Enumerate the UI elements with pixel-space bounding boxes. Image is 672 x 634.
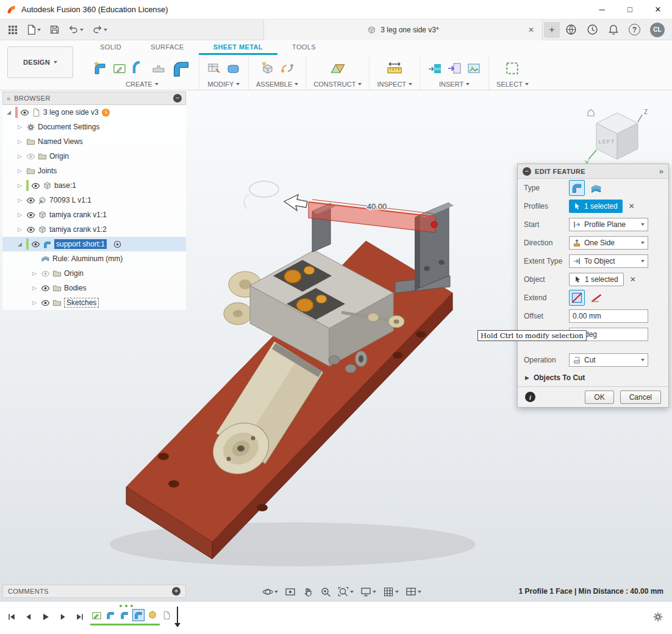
- fit-button[interactable]: [338, 586, 354, 597]
- browser-item-root[interactable]: ◢ 3 leg one side v3: [2, 105, 186, 120]
- browser-item-joints[interactable]: ▷ Joints: [2, 164, 186, 178]
- browser-item-base[interactable]: ▷ base:1: [2, 178, 186, 193]
- new-component-icon[interactable]: [260, 61, 275, 76]
- expand-arrow-icon[interactable]: ▷: [16, 226, 24, 232]
- expand-arrow-icon[interactable]: ▷: [16, 124, 24, 130]
- browser-minimize-icon[interactable]: −: [173, 94, 182, 103]
- expand-arrow-icon[interactable]: ◢: [16, 241, 24, 247]
- tab-surface[interactable]: SURFACE: [136, 40, 199, 55]
- expand-arrow-icon[interactable]: ▷: [16, 139, 24, 145]
- browser-item-origin[interactable]: ▷ Origin: [2, 149, 186, 164]
- workspace-selector[interactable]: DESIGN: [7, 46, 73, 78]
- clear-profiles-button[interactable]: ✕: [629, 202, 635, 211]
- timeline-feature-document[interactable]: [160, 609, 173, 621]
- expand-arrow-icon[interactable]: ▷: [16, 197, 24, 203]
- expand-arrow-icon[interactable]: ▷: [16, 182, 24, 189]
- browser-item-named-views[interactable]: ▷ Named Views: [2, 134, 186, 149]
- timeline-feature-flange-active[interactable]: [132, 609, 145, 621]
- visibility-eye-icon[interactable]: [26, 196, 35, 205]
- visibility-eye-icon[interactable]: [41, 269, 50, 278]
- select-icon[interactable]: [504, 60, 520, 76]
- browser-item-rule[interactable]: Rule: Aluminum (mm): [2, 251, 186, 266]
- undo-button[interactable]: [65, 23, 87, 36]
- file-menu-button[interactable]: [23, 23, 44, 37]
- offset-input[interactable]: [569, 309, 648, 323]
- browser-item-origin-child[interactable]: ▷ Origin: [2, 266, 186, 281]
- flange-command-icon[interactable]: [171, 58, 191, 79]
- minimize-button[interactable]: ─: [588, 0, 616, 20]
- viewports-button[interactable]: [406, 586, 421, 597]
- comments-add-icon[interactable]: +: [172, 587, 181, 596]
- browser-item-bodies[interactable]: ▷ Bodies: [2, 281, 186, 295]
- visibility-eye-icon[interactable]: [41, 284, 50, 293]
- collapse-panel-icon[interactable]: «: [7, 95, 10, 102]
- object-selection-chip[interactable]: 1 selected: [569, 273, 624, 286]
- timeline-settings-gear-icon[interactable]: [652, 611, 663, 622]
- notifications-bell-icon[interactable]: [608, 24, 619, 35]
- expand-arrow-icon[interactable]: ▷: [16, 168, 24, 174]
- zoom-button[interactable]: [320, 586, 331, 597]
- modify-menu[interactable]: MODIFY: [208, 81, 240, 88]
- construction-plane-icon[interactable]: [329, 60, 346, 77]
- activate-component-radio-icon[interactable]: [113, 240, 122, 249]
- visibility-eye-icon[interactable]: [26, 211, 35, 220]
- viewport-canvas[interactable]: 40.00 LEFT Z Y « BROWSER: [0, 90, 672, 601]
- profiles-selection-chip[interactable]: 1 selected: [569, 200, 623, 213]
- network-status-icon[interactable]: [565, 24, 577, 35]
- browser-item-support-short[interactable]: ◢ support short:1: [2, 237, 186, 251]
- extend-perpendicular-button[interactable]: [569, 290, 585, 306]
- extent-type-select[interactable]: To Object: [569, 254, 648, 268]
- joint-icon[interactable]: [280, 61, 295, 76]
- visibility-eye-icon[interactable]: [31, 240, 40, 249]
- measure-icon[interactable]: [386, 60, 403, 77]
- grid-layout-button[interactable]: [383, 586, 399, 597]
- direction-select[interactable]: One Side: [569, 236, 648, 250]
- document-tab[interactable]: 3 leg one side v3* ✕: [263, 20, 543, 40]
- inspect-menu[interactable]: INSPECT: [377, 81, 412, 88]
- type-contour-flange-button[interactable]: [588, 180, 604, 196]
- objects-to-cut-expander[interactable]: ▶ Objects To Cut: [518, 369, 668, 386]
- timeline-track[interactable]: [90, 609, 173, 621]
- create-menu[interactable]: CREATE: [126, 81, 159, 88]
- bend-icon[interactable]: [132, 61, 146, 76]
- maximize-button[interactable]: □: [616, 0, 644, 20]
- expand-arrow-icon[interactable]: ▷: [16, 212, 24, 218]
- step-forward-button[interactable]: [56, 610, 70, 624]
- tab-close-button[interactable]: ✕: [526, 25, 536, 35]
- dialog-expand-icon[interactable]: »: [659, 167, 663, 176]
- tab-sheet-metal[interactable]: SHEET METAL: [199, 40, 277, 55]
- new-tab-button[interactable]: +: [544, 22, 560, 38]
- display-settings-button[interactable]: [360, 586, 376, 597]
- browser-item-70093[interactable]: ▷ 70093 L v1:1: [2, 193, 186, 207]
- cancel-button[interactable]: Cancel: [620, 391, 661, 404]
- tab-feature-icon[interactable]: [151, 61, 166, 76]
- extend-tangent-button[interactable]: [588, 290, 604, 306]
- close-button[interactable]: ✕: [644, 0, 672, 20]
- clear-object-button[interactable]: ✕: [630, 275, 636, 284]
- insert-svg-icon[interactable]: SVG: [427, 61, 442, 76]
- insert-menu[interactable]: INSERT: [439, 81, 470, 88]
- pan-button[interactable]: [302, 586, 313, 597]
- dialog-collapse-icon[interactable]: −: [523, 167, 531, 176]
- start-select[interactable]: Profile Plane: [569, 218, 648, 231]
- unfold-icon[interactable]: [207, 61, 221, 76]
- timeline-feature-component[interactable]: [146, 609, 159, 621]
- profile-avatar[interactable]: CL: [650, 23, 665, 37]
- redo-button[interactable]: [89, 23, 110, 36]
- view-cube[interactable]: LEFT Z Y: [583, 103, 651, 171]
- help-icon[interactable]: ?: [629, 24, 640, 35]
- browser-item-sketches[interactable]: ▷ Sketches: [2, 295, 186, 310]
- browser-item-document-settings[interactable]: ▷ Document Settings: [2, 120, 186, 134]
- timeline-playhead[interactable]: [177, 607, 178, 624]
- play-button[interactable]: [39, 610, 52, 624]
- visibility-eye-icon[interactable]: [31, 181, 40, 190]
- visibility-eye-icon[interactable]: [20, 108, 29, 117]
- construct-menu[interactable]: CONSTRUCT: [313, 81, 362, 88]
- look-at-button[interactable]: [285, 586, 296, 597]
- ok-button[interactable]: OK: [585, 391, 613, 404]
- create-sketch-icon[interactable]: [112, 61, 127, 76]
- canvas-icon[interactable]: [466, 61, 481, 76]
- home-icon[interactable]: [588, 109, 594, 116]
- skip-to-end-button[interactable]: [73, 610, 87, 624]
- expand-arrow-icon[interactable]: ▷: [16, 153, 24, 159]
